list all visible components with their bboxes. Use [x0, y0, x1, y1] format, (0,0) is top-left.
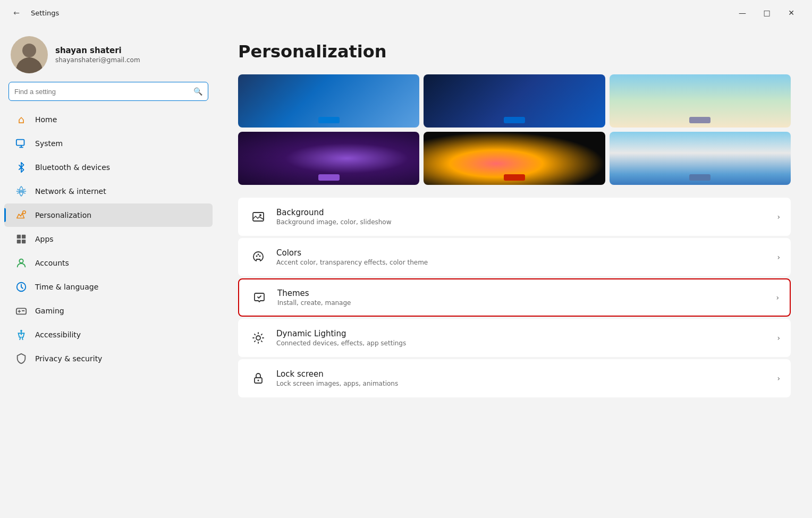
settings-section: Background Background image, color, slid… — [238, 198, 791, 397]
theme-preview-grid — [238, 74, 791, 185]
search-input[interactable] — [14, 88, 189, 96]
settings-row-colors[interactable]: Colors Accent color, transparency effect… — [238, 238, 791, 276]
svg-rect-5 — [22, 240, 26, 243]
system-icon — [15, 137, 28, 150]
search-container: 🔍 — [0, 82, 217, 107]
home-icon: ⌂ — [15, 113, 28, 126]
accounts-icon — [15, 257, 28, 269]
svg-rect-8 — [16, 308, 26, 314]
sidebar-item-home[interactable]: ⌂ Home — [4, 108, 213, 131]
theme-preview-4[interactable] — [238, 132, 419, 185]
personalization-icon — [15, 209, 28, 222]
network-icon — [15, 185, 28, 198]
colors-icon — [249, 248, 268, 267]
svg-point-14 — [258, 254, 259, 256]
svg-point-12 — [256, 256, 258, 257]
sidebar-item-privacy[interactable]: Privacy & security — [4, 347, 213, 370]
page-title: Personalization — [238, 41, 791, 62]
settings-row-text: Lock screen Lock screen images, apps, an… — [276, 369, 777, 387]
sidebar-item-label: Accessibility — [35, 330, 81, 339]
nav-menu: ⌂ Home System B — [0, 107, 217, 371]
search-box: 🔍 — [9, 82, 208, 101]
user-info: shayan shateri shayanshateri@gmail.com — [55, 46, 140, 64]
sidebar-item-personalization[interactable]: Personalization — [4, 203, 213, 227]
titlebar: ← Settings — □ ✕ — [0, 0, 812, 26]
settings-row-background[interactable]: Background Background image, color, slid… — [238, 198, 791, 236]
sidebar-item-accounts[interactable]: Accounts — [4, 251, 213, 275]
settings-row-title: Themes — [277, 288, 776, 298]
sidebar-item-accessibility[interactable]: Accessibility — [4, 323, 213, 346]
svg-rect-2 — [17, 235, 21, 239]
privacy-icon — [15, 352, 28, 365]
settings-row-title: Colors — [276, 248, 777, 258]
back-button[interactable]: ← — [9, 5, 24, 21]
user-name: shayan shateri — [55, 46, 140, 55]
settings-row-title: Lock screen — [276, 369, 777, 379]
window-controls: — □ ✕ — [730, 4, 803, 21]
chevron-right-icon: › — [777, 334, 780, 342]
settings-row-desc: Lock screen images, apps, animations — [276, 380, 777, 387]
sidebar-item-label: Gaming — [35, 307, 64, 315]
sidebar-item-label: System — [35, 139, 63, 148]
settings-row-themes[interactable]: Themes Install, create, manage › — [238, 278, 791, 317]
theme-preview-5[interactable] — [424, 132, 605, 185]
maximize-button[interactable]: □ — [755, 4, 779, 21]
minimize-button[interactable]: — — [730, 4, 755, 21]
sidebar-item-system[interactable]: System — [4, 132, 213, 155]
main-content: Personalization — [217, 26, 812, 518]
chevron-right-icon: › — [777, 253, 780, 261]
settings-row-title: Background — [276, 208, 777, 217]
chevron-right-icon: › — [777, 374, 780, 383]
themes-icon — [250, 288, 269, 307]
settings-row-desc: Install, create, manage — [277, 299, 776, 307]
settings-row-desc: Connected devices, effects, app settings — [276, 339, 777, 347]
svg-point-1 — [23, 211, 26, 214]
sidebar-item-bluetooth[interactable]: Bluetooth & devices — [4, 156, 213, 179]
settings-row-text: Background Background image, color, slid… — [276, 208, 777, 226]
theme-preview-1[interactable] — [238, 74, 419, 128]
apps-icon — [15, 233, 28, 245]
settings-row-text: Themes Install, create, manage — [277, 288, 776, 307]
dynamic-lighting-icon — [249, 328, 268, 347]
theme-4-badge — [318, 174, 340, 181]
search-icon: 🔍 — [193, 87, 202, 96]
settings-row-lock-screen[interactable]: Lock screen Lock screen images, apps, an… — [238, 359, 791, 397]
theme-preview-2[interactable] — [424, 74, 605, 128]
sidebar-item-label: Bluetooth & devices — [35, 163, 110, 172]
sidebar-item-network[interactable]: Network & internet — [4, 180, 213, 203]
svg-point-6 — [19, 259, 23, 263]
svg-point-13 — [259, 256, 261, 257]
sidebar-item-gaming[interactable]: Gaming — [4, 299, 213, 322]
user-email: shayanshateri@gmail.com — [55, 56, 140, 64]
user-profile[interactable]: shayan shateri shayanshateri@gmail.com — [0, 26, 217, 82]
theme-preview-3[interactable] — [610, 74, 791, 128]
theme-preview-6[interactable] — [610, 132, 791, 185]
theme-1-badge — [318, 117, 340, 123]
close-button[interactable]: ✕ — [779, 4, 803, 21]
settings-row-desc: Accent color, transparency effects, colo… — [276, 259, 777, 266]
sidebar: shayan shateri shayanshateri@gmail.com 🔍… — [0, 26, 217, 518]
sidebar-item-time[interactable]: Time & language — [4, 275, 213, 299]
sidebar-item-label: Privacy & security — [35, 354, 102, 363]
sidebar-item-label: Accounts — [35, 259, 69, 267]
theme-3-badge — [689, 117, 710, 123]
sidebar-item-apps[interactable]: Apps — [4, 227, 213, 251]
settings-row-title: Dynamic Lighting — [276, 329, 777, 338]
background-icon — [249, 207, 268, 226]
svg-rect-4 — [17, 240, 21, 243]
theme-5-badge — [504, 174, 525, 181]
sidebar-item-label: Home — [35, 115, 57, 124]
settings-row-dynamic-lighting[interactable]: Dynamic Lighting Connected devices, effe… — [238, 319, 791, 357]
svg-point-17 — [258, 380, 259, 381]
svg-point-15 — [256, 336, 260, 340]
app-body: shayan shateri shayanshateri@gmail.com 🔍… — [0, 26, 812, 518]
svg-rect-3 — [22, 235, 26, 239]
accessibility-icon — [15, 328, 28, 341]
sidebar-item-label: Apps — [35, 235, 54, 243]
svg-point-11 — [259, 214, 261, 216]
settings-row-desc: Background image, color, slideshow — [276, 218, 777, 226]
sidebar-item-label: Network & internet — [35, 187, 106, 196]
lock-screen-icon — [249, 369, 268, 388]
chevron-right-icon: › — [777, 213, 780, 221]
settings-row-text: Dynamic Lighting Connected devices, effe… — [276, 329, 777, 347]
